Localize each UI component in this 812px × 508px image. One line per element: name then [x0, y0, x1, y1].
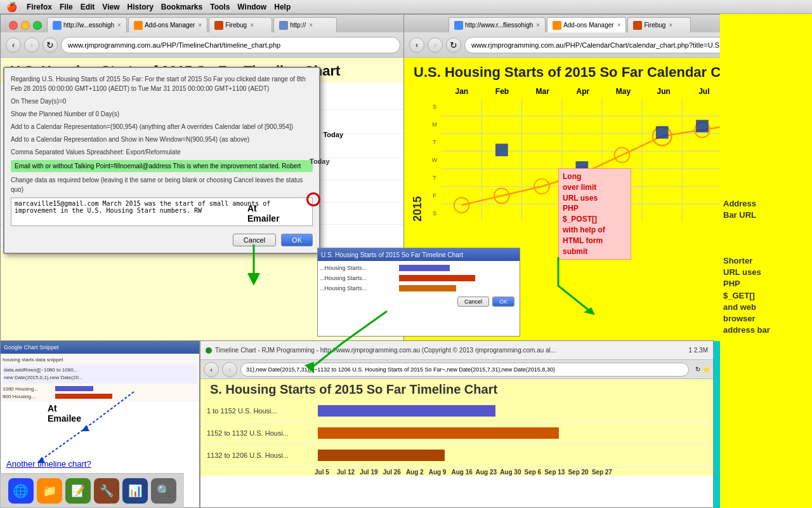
- red-ann-1: Long: [563, 171, 627, 182]
- dialog-text-4: Add to a Calendar Representation=(900,95…: [11, 122, 313, 131]
- dialog-popup: Regarding U.S. Housing Starts of 2015 So…: [3, 67, 320, 254]
- menu-history[interactable]: History: [128, 3, 154, 11]
- nested-cancel-btn[interactable]: Cancel: [457, 297, 489, 307]
- shorter-text-2: URL uses: [723, 267, 809, 278]
- x-aug30: Aug 30: [500, 469, 521, 476]
- menu-firefox[interactable]: Firefox: [27, 3, 52, 11]
- nested-title-text: U.S. Housing Starts of 2015 So Far Timel…: [321, 251, 463, 258]
- tab-label-1: http://w...essohigh: [63, 22, 114, 29]
- left-nav-bar: ‹ › ↻ www.rjmprogramming.com.au/PHP/Time…: [1, 32, 405, 58]
- bottom-chart-area: S. Housing Starts of 2015 So Far Timelin…: [200, 379, 713, 476]
- tab-close-1[interactable]: ×: [117, 22, 121, 29]
- svg-rect-25: [656, 126, 669, 139]
- tab-close-4[interactable]: ×: [309, 22, 313, 29]
- menu-view[interactable]: View: [102, 3, 119, 11]
- forward-btn-left[interactable]: ›: [24, 37, 39, 53]
- menu-edit[interactable]: Edit: [81, 3, 95, 11]
- min-btn-left[interactable]: [21, 21, 30, 30]
- day-s1: S: [428, 98, 442, 116]
- svg-rect-23: [495, 144, 508, 156]
- tab-right-3[interactable]: Firebug ×: [627, 17, 691, 32]
- day-s2: S: [428, 204, 442, 222]
- tab-close-3[interactable]: ×: [250, 22, 254, 29]
- dock-icon-5[interactable]: 📊: [122, 478, 148, 504]
- right-annotation-panel: Address Bar URL Shorter URL uses PHP $_G…: [720, 14, 812, 508]
- x-sep27: Sep 27: [592, 469, 612, 476]
- shorter-text-6: browser: [723, 313, 809, 324]
- tab-left-3[interactable]: Firebug ×: [209, 17, 272, 32]
- shorter-text-4: $_GET[]: [723, 290, 809, 302]
- bottom-chart-bar-3: [318, 450, 445, 461]
- forward-btn-right[interactable]: ›: [428, 37, 443, 53]
- back-btn-right[interactable]: ‹: [409, 37, 424, 53]
- dock-icon-4[interactable]: 🔧: [94, 478, 119, 504]
- bottom-browser-statusbar: Timeline Chart - RJM Programming - http:…: [200, 341, 713, 360]
- dialog-ok-btn[interactable]: OK: [281, 234, 313, 246]
- apple-menu[interactable]: 🍎: [6, 2, 17, 12]
- nested-ok-btn[interactable]: OK: [492, 297, 514, 307]
- dock-icon-6[interactable]: 🔍: [151, 478, 176, 504]
- tab-right-2[interactable]: Add-ons Manager ×: [547, 17, 626, 32]
- right-tab-close-3[interactable]: ×: [669, 22, 672, 29]
- red-ann-4: PHP: [563, 203, 627, 214]
- nested-label-2: ...Housing Starts...: [320, 275, 396, 281]
- nested-bar-2: [399, 275, 475, 281]
- menu-help[interactable]: Help: [274, 3, 291, 11]
- menu-bookmarks[interactable]: Bookmarks: [161, 3, 202, 11]
- bottom-chart-row-2: 1152 to 1132 U.S. Housi...: [204, 422, 710, 444]
- x-sep6: Sep 6: [524, 469, 541, 476]
- at-text: At: [247, 203, 280, 213]
- day-t2: T: [428, 169, 442, 187]
- bottom-chart-bar-2: [318, 427, 559, 439]
- another-timeline-link[interactable]: Another timeline chart?: [6, 459, 91, 469]
- close-btn-left[interactable]: [9, 21, 18, 30]
- right-tab-close-1[interactable]: ×: [536, 22, 540, 29]
- x-jul5: Jul 5: [315, 469, 329, 476]
- menu-window[interactable]: Window: [237, 3, 266, 11]
- tab-left-2[interactable]: Add-ons Manager ×: [128, 17, 207, 32]
- bottom-chart-label-2: 1152 to 1132 U.S. Housi...: [207, 429, 318, 437]
- reload-btn-right[interactable]: ↻: [446, 37, 461, 53]
- bottom-back-btn[interactable]: ‹: [204, 362, 219, 377]
- at-emailee-annotation: At Emailee: [48, 403, 81, 424]
- dialog-text-3: Show the Planned Number of 0 Day(s): [11, 109, 313, 119]
- at2-text: At: [48, 403, 81, 413]
- tab-favicon-4: [279, 21, 288, 30]
- nested-label-3: ...Housing Starts...: [320, 285, 396, 291]
- dock-icon-2[interactable]: 📁: [37, 478, 62, 504]
- svg-rect-26: [696, 120, 709, 133]
- tab-left-1[interactable]: http://w...essohigh ×: [47, 17, 127, 32]
- right-tab-label-1: http://www.r...fliessohigh: [465, 22, 533, 29]
- red-ann-6: with help of: [563, 225, 627, 236]
- tab-favicon-3: [214, 21, 223, 30]
- bottom-left-title: Google Chart Snippet: [4, 344, 59, 351]
- tab-close-2[interactable]: ×: [198, 22, 202, 29]
- bottom-chart-title: S. Housing Starts of 2015 So Far Timelin…: [204, 379, 710, 400]
- dock-icon-1[interactable]: 🌐: [8, 478, 34, 504]
- url-bar-left[interactable]: www.rjmprogramming.com.au/PHP/TimelineCh…: [61, 37, 400, 53]
- bottom-chart-label-1: 1 to 1152 U.S. Housi...: [207, 407, 318, 415]
- x-jul19: Jul 19: [360, 469, 377, 476]
- dialog-text-1: Regarding U.S. Housing Starts of 2015 So…: [11, 74, 313, 93]
- right-tab-close-2[interactable]: ×: [617, 22, 621, 29]
- tab-left-4[interactable]: http:// ×: [273, 17, 337, 32]
- today-label: Today: [323, 131, 343, 138]
- right-tab-favicon-1: [454, 21, 463, 30]
- max-btn-left[interactable]: [33, 21, 42, 30]
- bottom-forward-btn[interactable]: ›: [222, 362, 237, 377]
- right-tab-label-2: Add-ons Manager: [563, 22, 614, 29]
- reload-btn-left[interactable]: ↻: [43, 37, 58, 53]
- tab-count: 1 2.3M: [688, 347, 708, 354]
- emailee-text: Emailee: [48, 413, 81, 424]
- dock-icon-3[interactable]: 📝: [65, 478, 91, 504]
- tab-right-1[interactable]: http://www.r...fliessohigh ×: [449, 17, 546, 32]
- bottom-nav-bar: ‹ › 31),new Date(2015,7,31)],[~1132 to 1…: [200, 360, 713, 379]
- today-text-label: Today: [310, 157, 330, 165]
- back-btn-left[interactable]: ‹: [6, 37, 21, 53]
- menu-tools[interactable]: Tools: [210, 3, 230, 11]
- dialog-text-6: Comma Separated Values Spreadsheet: Expo…: [11, 147, 313, 157]
- right-tab-label-3: Firebug: [644, 22, 665, 29]
- tab-label-4: http://: [290, 22, 306, 29]
- tab-favicon-2: [134, 21, 143, 30]
- menu-file[interactable]: File: [60, 3, 73, 11]
